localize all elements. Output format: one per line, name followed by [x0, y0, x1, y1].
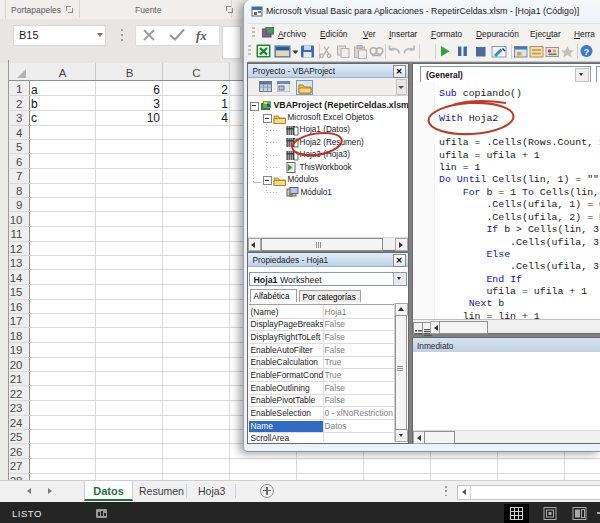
svg-text:?: ? — [584, 46, 590, 57]
svg-text:fx: fx — [196, 28, 207, 43]
